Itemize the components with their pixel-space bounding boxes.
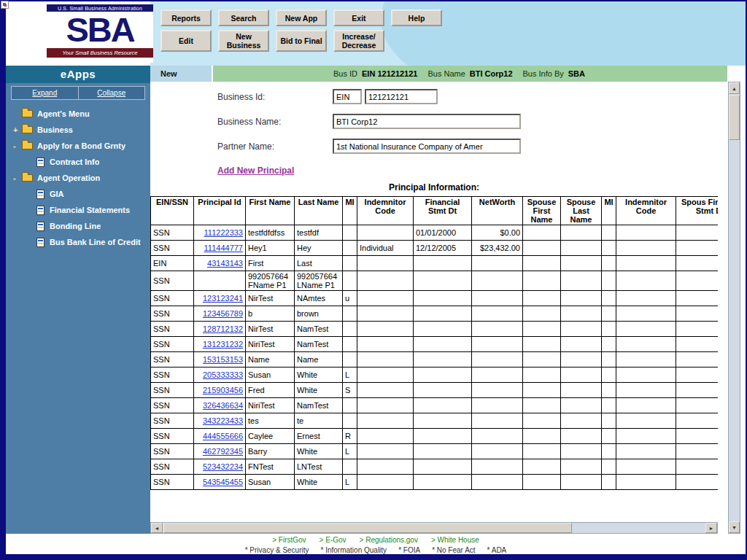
footer-link-no-fear-act[interactable]: * No Fear Act — [432, 546, 475, 554]
collapse-button[interactable]: Collapse — [79, 87, 145, 99]
toolbar-button-search[interactable]: Search — [218, 9, 269, 26]
expand-button[interactable]: Expand — [12, 87, 79, 99]
footer-link-firstgov[interactable]: > FirstGov — [272, 536, 306, 544]
cell-indemnitor_code — [357, 429, 414, 444]
tree-toggle-icon[interactable]: - — [13, 141, 22, 150]
toolbar-button-increase-decrease[interactable]: Increase/ Decrease — [333, 30, 384, 52]
sidebar-item-agent-operation[interactable]: -Agent Operation — [6, 170, 150, 186]
toolbar-button-help[interactable]: Help — [391, 9, 442, 26]
cell-spouse_first — [523, 291, 561, 306]
cell-spouse_mi — [602, 322, 616, 337]
cell-principal_id: 111222333 — [194, 225, 246, 241]
cell-spouse_first — [523, 322, 561, 337]
toolbar-button-new-business[interactable]: New Business — [218, 30, 269, 52]
principal-id-link[interactable]: 462792345 — [203, 447, 243, 456]
footer-link-ada[interactable]: * ADA — [487, 546, 507, 554]
cell-ein_ssn: SSN — [151, 459, 194, 475]
principal-id-link[interactable]: 343223433 — [203, 416, 243, 425]
table-row: SSN131231232NiriTestNamTest — [151, 337, 719, 352]
footer-link-e-gov[interactable]: > E-Gov — [320, 536, 347, 544]
cell-spouse_mi — [602, 383, 616, 398]
tree-toggle-icon[interactable]: - — [13, 174, 22, 182]
toolbar-button-exit[interactable]: Exit — [333, 9, 384, 26]
business-id-number-input[interactable] — [365, 89, 438, 104]
cell-indemnitor_code — [357, 322, 414, 337]
cell-last_name: te — [295, 413, 343, 429]
principal-id-link[interactable]: 128712132 — [203, 324, 243, 333]
principal-id-link[interactable]: 543545455 — [203, 478, 243, 486]
toolbar-button-new-app[interactable]: New App — [276, 9, 327, 26]
principal-id-link[interactable]: 111444777 — [204, 244, 243, 252]
cell-indemnitor_code — [357, 368, 414, 383]
cell-spouse_stmt — [676, 352, 719, 368]
horizontal-scroll-thumb[interactable] — [163, 523, 572, 533]
cell-spouse_stmt — [676, 291, 719, 306]
status-value: EIN 121212121 — [362, 69, 417, 78]
footer-link-privacy-security[interactable]: * Privacy & Security — [245, 546, 309, 554]
document-icon — [36, 158, 44, 167]
document-icon — [36, 206, 44, 215]
principal-id-link[interactable]: 153153153 — [203, 355, 243, 364]
principal-id-link[interactable]: 131231232 — [203, 340, 243, 349]
sidebar-item-gia[interactable]: GIA — [6, 186, 150, 202]
sidebar-item-bus-bank-line-of-credit[interactable]: Bus Bank Line of Credit — [6, 234, 150, 250]
sidebar-item-apply-for-a-bond-grnty[interactable]: -Apply for a Bond Grnty — [6, 138, 150, 154]
tab-new[interactable]: New — [150, 66, 212, 82]
principal-id-link[interactable]: 123456789 — [203, 309, 243, 318]
principal-id-link[interactable]: 43143143 — [207, 259, 243, 268]
footer-link-foia[interactable]: * FOIA — [398, 546, 420, 554]
cell-spouse_last — [561, 398, 602, 413]
scroll-left-icon[interactable]: ◄ — [151, 523, 163, 533]
principal-id-link[interactable]: 215903456 — [203, 386, 243, 394]
scroll-up-icon[interactable]: ▲ — [729, 82, 740, 94]
footer-link-regulations-gov[interactable]: > Regulations.gov — [360, 536, 418, 544]
cell-spouse_last — [561, 475, 602, 490]
business-name-input[interactable] — [333, 114, 521, 129]
vertical-scroll-thumb[interactable] — [729, 95, 740, 140]
table-row: SSN992057664 FName P1992057664 LName P1 — [151, 271, 719, 291]
business-name-label: Business Name: — [217, 117, 333, 127]
toolbar-button-edit[interactable]: Edit — [160, 30, 212, 52]
cell-financial_stmt_dt — [414, 271, 472, 291]
cell-ein_ssn: SSN — [151, 368, 194, 383]
sidebar-item-financial-statements[interactable]: Financial Statements — [6, 202, 150, 218]
cell-last_name: NamTest — [295, 398, 343, 413]
cell-last_name: Name — [295, 352, 343, 368]
toolbar-button-bid-to-final[interactable]: Bid to Final — [276, 30, 327, 52]
cell-ein_ssn: SSN — [151, 475, 194, 490]
cell-spouse_first — [523, 413, 561, 429]
add-new-principal-link[interactable]: Add New Principal — [217, 166, 294, 176]
sidebar-item-agent-s-menu[interactable]: Agent's Menu — [6, 106, 150, 122]
cell-mi: S — [343, 383, 357, 398]
principal-id-link[interactable]: 326436634 — [203, 401, 243, 410]
tree-toggle-icon[interactable]: + — [13, 125, 22, 134]
sba-logo-text: SBA — [47, 12, 153, 48]
business-id-type-input[interactable] — [333, 89, 362, 104]
principal-id-link[interactable]: 523432234 — [203, 462, 243, 471]
cell-first_name: Fred — [246, 383, 295, 398]
sba-tagline: Your Small Business Resource — [47, 48, 153, 58]
footer-link-white-house[interactable]: > White House — [431, 536, 479, 544]
policy-links: * Privacy & Security* Information Qualit… — [6, 546, 746, 554]
cell-first_name: Hey1 — [246, 241, 295, 256]
folder-open-icon — [22, 174, 33, 182]
footer-link-information-quality[interactable]: * Information Quality — [321, 546, 387, 554]
cell-networth — [472, 306, 523, 322]
sidebar-item-bonding-line[interactable]: Bonding Line — [6, 218, 150, 234]
principal-id-link[interactable]: 123123241 — [203, 294, 243, 303]
principal-id-link[interactable]: 444555666 — [203, 432, 243, 440]
cell-spouse_last — [561, 271, 602, 291]
cell-financial_stmt_dt — [414, 429, 472, 444]
toolbar-button-reports[interactable]: Reports — [160, 9, 212, 26]
partner-name-input[interactable] — [333, 139, 521, 154]
sidebar-item-business[interactable]: +Business — [6, 122, 150, 138]
scroll-down-icon[interactable]: ▼ — [729, 521, 740, 533]
sidebar-item-contract-info[interactable]: Contract Info — [6, 154, 150, 170]
principal-id-link[interactable]: 205333333 — [203, 370, 243, 379]
horizontal-scrollbar[interactable]: ◄ ► — [150, 522, 718, 534]
principal-id-link[interactable]: 111222333 — [204, 228, 243, 237]
vertical-scrollbar[interactable]: ▲ ▼ — [728, 82, 740, 534]
toolbar-row-1: ReportsSearchNew AppExitHelp — [160, 9, 442, 26]
cell-spouse_code — [616, 225, 676, 241]
scroll-right-icon[interactable]: ► — [705, 523, 717, 533]
